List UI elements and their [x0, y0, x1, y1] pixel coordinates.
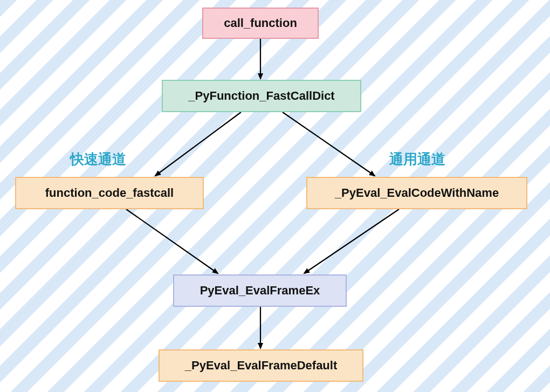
node-call-function: call_function: [202, 8, 319, 39]
node-label: _PyEval_EvalCodeWithName: [335, 186, 499, 200]
node-label: _PyEval_EvalFrameDefault: [185, 359, 338, 373]
node-label: _PyFunction_FastCallDict: [188, 89, 334, 103]
node-label: PyEval_EvalFrameEx: [200, 284, 320, 298]
node-pyeval-evalframedefault: _PyEval_EvalFrameDefault: [159, 349, 363, 382]
node-pyeval-evalcodewithname: _PyEval_EvalCodeWithName: [306, 177, 527, 209]
node-function-code-fastcall: function_code_fastcall: [15, 177, 204, 209]
node-label: function_code_fastcall: [45, 186, 174, 200]
node-pyfunction-fastcalldict: _PyFunction_FastCallDict: [162, 80, 361, 112]
node-label: call_function: [224, 16, 297, 30]
edge-evalcode-to-evalframeex: [304, 209, 399, 273]
label-fast-path: 快速通道: [70, 150, 126, 169]
edge-fcc-to-evalframeex: [126, 209, 218, 273]
node-pyeval-evalframeex: PyEval_EvalFrameEx: [173, 274, 347, 307]
diagram-canvas: call_function _PyFunction_FastCallDict f…: [0, 0, 550, 392]
edge-fastcalldict-to-fcc: [155, 112, 241, 176]
label-general-path: 通用通道: [389, 150, 445, 169]
edge-fastcalldict-to-evalcode: [283, 112, 375, 176]
